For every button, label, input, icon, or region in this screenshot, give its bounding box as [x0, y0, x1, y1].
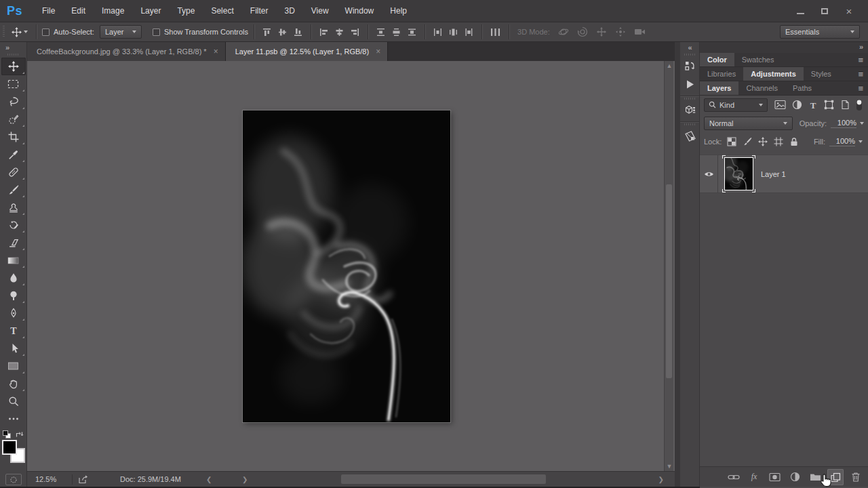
distribute-bottom-edges-icon[interactable] — [408, 28, 416, 37]
panel-menu-icon[interactable]: ≡ — [858, 67, 863, 81]
align-horizontal-centers-icon[interactable] — [335, 28, 344, 37]
distribute-horizontal-centers-icon[interactable] — [449, 28, 458, 37]
close-button[interactable]: × — [840, 4, 859, 19]
panel-menu-icon[interactable]: ≡ — [858, 53, 863, 66]
filter-type-layers-icon[interactable]: T — [808, 100, 818, 110]
tab-swatches[interactable]: Swatches — [734, 53, 782, 66]
strip-grip[interactable] — [684, 54, 695, 56]
filter-adjustment-layers-icon[interactable] — [792, 100, 802, 110]
scroll-up-icon[interactable]: ▲ — [665, 61, 674, 70]
filter-smart-objects-icon[interactable] — [840, 100, 850, 110]
strip-grip[interactable] — [684, 123, 695, 125]
menu-filter[interactable]: Filter — [242, 1, 277, 20]
scroll-down-icon[interactable]: ▼ — [665, 462, 674, 471]
filtering-toggle[interactable] — [856, 99, 863, 111]
gradient-tool[interactable] — [1, 251, 26, 269]
options-grip[interactable] — [3, 26, 5, 38]
link-layers-button[interactable] — [726, 469, 742, 485]
spot-healing-tool[interactable] — [1, 163, 26, 181]
lock-position-icon[interactable] — [758, 137, 768, 146]
add-layer-mask-button[interactable] — [766, 469, 783, 485]
menu-window[interactable]: Window — [337, 1, 382, 20]
distribute-spacing-icon[interactable] — [490, 28, 500, 37]
close-tab-icon[interactable]: × — [376, 47, 380, 56]
align-left-edges-icon[interactable] — [319, 28, 328, 37]
lock-artboard-icon[interactable] — [774, 137, 783, 146]
pen-tool[interactable] — [1, 304, 26, 322]
move-tool[interactable] — [1, 58, 26, 75]
current-tool-chip[interactable] — [9, 27, 31, 37]
fill-field[interactable]: 100% — [829, 137, 855, 146]
distribute-left-edges-icon[interactable] — [433, 28, 442, 37]
menu-view[interactable]: View — [303, 1, 337, 20]
lock-transparency-icon[interactable] — [727, 137, 736, 146]
3d-panel-button[interactable] — [680, 101, 700, 119]
vertical-scrollbar[interactable]: ▲ ▼ — [664, 61, 673, 471]
crop-tool[interactable] — [1, 128, 26, 146]
chevron-down-icon[interactable] — [859, 140, 863, 143]
history-panel-button[interactable] — [680, 57, 700, 75]
new-group-button[interactable] — [807, 469, 823, 485]
dodge-tool[interactable] — [1, 287, 26, 304]
strip-grip[interactable] — [684, 98, 695, 100]
brush-tool[interactable] — [1, 181, 26, 199]
quick-selection-tool[interactable] — [1, 110, 26, 128]
collapse-dock-icon[interactable]: » — [859, 43, 863, 51]
workspace-dropdown[interactable]: Essentials — [780, 25, 860, 39]
opacity-field[interactable]: 100% — [831, 119, 856, 128]
blur-tool[interactable] — [1, 269, 26, 287]
tab-channels[interactable]: Channels — [738, 81, 785, 95]
chevron-down-icon[interactable] — [860, 122, 864, 125]
scroll-left-icon[interactable]: ❮ — [202, 476, 216, 483]
blend-mode-dropdown[interactable]: Normal — [704, 117, 793, 130]
align-vertical-centers-icon[interactable] — [278, 28, 287, 37]
show-transform-checkbox[interactable] — [153, 28, 160, 36]
maximize-button[interactable] — [815, 4, 834, 19]
menu-image[interactable]: Image — [94, 1, 132, 20]
scroll-right-icon[interactable]: ❯ — [654, 476, 668, 483]
eyedropper-tool[interactable] — [1, 146, 26, 163]
menu-edit[interactable]: Edit — [63, 1, 94, 20]
lock-all-icon[interactable] — [789, 137, 799, 146]
layer-style-button[interactable]: fx — [746, 469, 762, 485]
marquee-tool[interactable] — [1, 75, 26, 93]
horizontal-scroll-thumb[interactable] — [341, 474, 546, 484]
horizontal-scroll-track[interactable] — [216, 474, 654, 485]
history-brush-tool[interactable] — [1, 216, 26, 234]
tab-paths[interactable]: Paths — [785, 81, 819, 95]
hand-tool[interactable] — [1, 375, 26, 392]
clone-stamp-tool[interactable] — [1, 199, 26, 216]
vertical-scroll-thumb[interactable] — [666, 184, 672, 378]
menu-3d[interactable]: 3D — [276, 1, 302, 20]
edit-toolbar-button[interactable] — [1, 410, 26, 428]
toolbar-grip[interactable] — [7, 54, 20, 56]
menu-help[interactable]: Help — [382, 1, 415, 20]
align-right-edges-icon[interactable] — [351, 28, 359, 37]
document-image[interactable] — [243, 110, 450, 422]
actions-panel-button[interactable] — [680, 75, 700, 94]
horizontal-scrollbar[interactable]: ❮ ❯ — [202, 474, 668, 485]
lock-pixels-icon[interactable] — [743, 137, 752, 146]
auto-select-dropdown[interactable]: Layer — [100, 25, 142, 39]
path-selection-tool[interactable] — [1, 340, 26, 357]
distribute-vertical-centers-icon[interactable] — [392, 28, 401, 37]
tab-layer11[interactable]: Layer 11.psb @ 12.5% (Layer 1, RGB/8) × — [226, 42, 388, 61]
panel-menu-icon[interactable]: ≡ — [858, 81, 863, 95]
menu-file[interactable]: File — [34, 1, 63, 20]
filter-pixel-layers-icon[interactable] — [774, 100, 786, 110]
expand-toolbar-icon[interactable]: » — [5, 43, 9, 52]
tab-styles[interactable]: Styles — [804, 67, 839, 81]
rectangle-tool[interactable] — [1, 357, 26, 375]
properties-panel-button[interactable] — [680, 127, 700, 145]
new-layer-button[interactable] — [827, 469, 844, 485]
tab-color[interactable]: Color — [700, 53, 734, 66]
layer-name[interactable]: Layer 1 — [761, 170, 786, 178]
visibility-toggle[interactable] — [700, 155, 718, 192]
layer-row-layer1[interactable]: Layer 1 — [700, 155, 868, 193]
tab-layers[interactable]: Layers — [700, 81, 738, 95]
auto-select-checkbox[interactable] — [42, 28, 50, 36]
type-tool[interactable]: T — [1, 322, 26, 340]
tab-libraries[interactable]: Libraries — [700, 67, 743, 81]
swap-colors-icon[interactable] — [15, 430, 24, 439]
lasso-tool[interactable] — [1, 93, 26, 110]
